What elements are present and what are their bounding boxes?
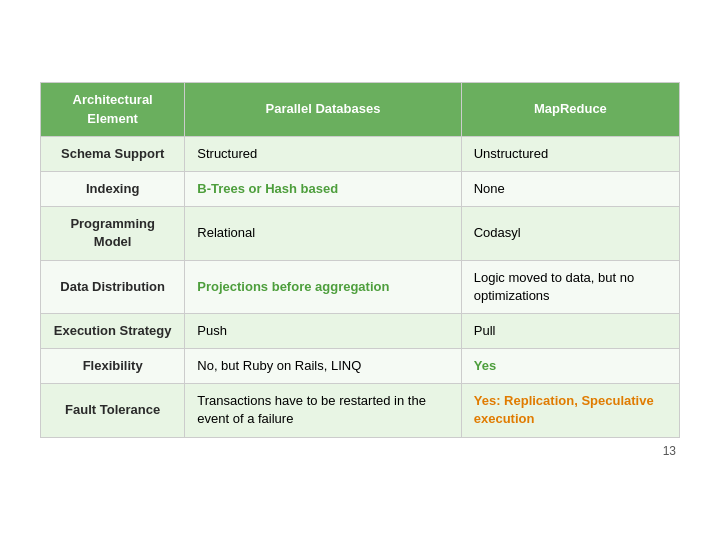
- row-col3: None: [461, 171, 679, 206]
- table-row: Execution StrategyPushPull: [41, 313, 680, 348]
- row-col2: Projections before aggregation: [185, 260, 461, 313]
- table-row: Data DistributionProjections before aggr…: [41, 260, 680, 313]
- row-col3: Pull: [461, 313, 679, 348]
- row-col1: Schema Support: [41, 136, 185, 171]
- header-col2: Parallel Databases: [185, 83, 461, 136]
- row-col3: Yes: Replication, Speculative execution: [461, 384, 679, 437]
- table-row: Programming ModelRelationalCodasyl: [41, 207, 680, 260]
- page-wrapper: Architectural Element Parallel Databases…: [0, 0, 720, 540]
- row-col2: No, but Ruby on Rails, LINQ: [185, 349, 461, 384]
- page-number: 13: [663, 444, 676, 458]
- table-row: Fault ToleranceTransactions have to be r…: [41, 384, 680, 437]
- header-col3: MapReduce: [461, 83, 679, 136]
- row-col3: Codasyl: [461, 207, 679, 260]
- row-col2: Push: [185, 313, 461, 348]
- row-col1: Indexing: [41, 171, 185, 206]
- row-col1: Fault Tolerance: [41, 384, 185, 437]
- row-col3: Logic moved to data, but no optimization…: [461, 260, 679, 313]
- table-row: Schema SupportStructuredUnstructured: [41, 136, 680, 171]
- row-col2: Structured: [185, 136, 461, 171]
- row-col2: B-Trees or Hash based: [185, 171, 461, 206]
- header-col1: Architectural Element: [41, 83, 185, 136]
- row-col1: Programming Model: [41, 207, 185, 260]
- row-col3: Unstructured: [461, 136, 679, 171]
- table-header-row: Architectural Element Parallel Databases…: [41, 83, 680, 136]
- row-col1: Flexibility: [41, 349, 185, 384]
- comparison-table: Architectural Element Parallel Databases…: [40, 82, 680, 437]
- row-col1: Execution Strategy: [41, 313, 185, 348]
- table-row: FlexibilityNo, but Ruby on Rails, LINQYe…: [41, 349, 680, 384]
- row-col1: Data Distribution: [41, 260, 185, 313]
- row-col2: Transactions have to be restarted in the…: [185, 384, 461, 437]
- row-col3: Yes: [461, 349, 679, 384]
- table-row: IndexingB-Trees or Hash basedNone: [41, 171, 680, 206]
- row-col2: Relational: [185, 207, 461, 260]
